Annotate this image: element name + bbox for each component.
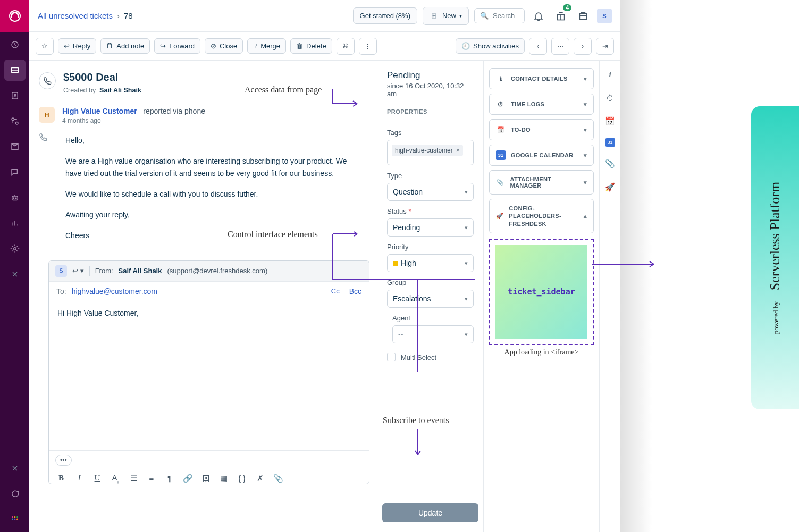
status-select[interactable]: Pending▾ <box>387 218 474 237</box>
marketplace-icon[interactable] <box>575 7 592 24</box>
group-select[interactable]: Escalations▾ <box>387 290 474 308</box>
nav-chat[interactable] <box>4 483 26 504</box>
nav-solutions[interactable] <box>4 136 26 157</box>
code-icon[interactable]: { } <box>236 474 248 483</box>
chevron-down-icon: ▾ <box>465 189 468 196</box>
pagination-more-button[interactable]: ⋯ <box>551 38 569 55</box>
customer-name-link[interactable]: High Value Customer <box>62 107 137 115</box>
underline-icon[interactable]: U <box>91 474 103 483</box>
reply-cc-link[interactable]: Cc <box>331 287 340 295</box>
breadcrumb-id: 78 <box>124 11 133 20</box>
reply-box: S ↩ ▾ From: Saif Ali Shaik (support@devr… <box>48 260 369 484</box>
side-calendar-icon[interactable]: 📅 <box>604 115 617 128</box>
reply-options-pill[interactable]: ••• <box>55 455 72 466</box>
breadcrumb-link[interactable]: All unresolved tickets <box>38 11 113 20</box>
nav-app2[interactable] <box>4 458 26 479</box>
attach-icon[interactable]: 📎 <box>272 474 284 483</box>
time-logs-widget[interactable]: ⏱TIME LOGS▾ <box>489 94 594 115</box>
app-logo[interactable] <box>0 0 29 32</box>
merge-icon: ⑂ <box>253 42 257 50</box>
tags-input[interactable]: high-value-customer× <box>387 140 474 165</box>
side-rocket-icon[interactable]: 🚀 <box>604 181 617 193</box>
breadcrumb: All unresolved tickets › 78 <box>38 11 133 20</box>
side-stopwatch-icon[interactable]: ⏱ <box>604 91 617 104</box>
user-avatar[interactable]: S <box>597 9 612 23</box>
text-color-icon[interactable]: A¡ <box>110 473 121 484</box>
forward-button[interactable]: ↪Forward <box>154 38 200 54</box>
google-calendar-widget[interactable]: 31GOOGLE CALENDAR▾ <box>489 145 594 166</box>
svg-point-12 <box>14 516 15 518</box>
nav-bot[interactable] <box>4 187 26 208</box>
reply-back-icon[interactable]: ↩ ▾ <box>72 267 84 275</box>
nav-apps[interactable] <box>4 509 26 530</box>
app-iframe: ticket_sidebar <box>495 245 587 339</box>
attachment-manager-widget[interactable]: 📎ATTACHMENT MANAGER▾ <box>489 170 594 195</box>
reply-avatar: S <box>55 265 67 277</box>
tag-remove-icon[interactable]: × <box>456 147 460 154</box>
ticket-column: $5000 Deal Created by Saif Ali Shaik H H… <box>29 61 377 532</box>
search-input[interactable]: 🔍Search <box>474 8 525 23</box>
reply-button[interactable]: ↩Reply <box>58 38 96 54</box>
contact-details-widget[interactable]: ℹCONTACT DETAILS▾ <box>489 68 594 89</box>
more-button[interactable]: ⋮ <box>359 38 377 55</box>
paragraph-icon[interactable]: ¶ <box>164 474 175 483</box>
clear-format-icon[interactable]: ✗ <box>254 474 266 483</box>
todo-widget[interactable]: 📅TO-DO▾ <box>489 119 594 140</box>
gift-icon[interactable]: 4 <box>552 7 569 24</box>
new-button[interactable]: ⊞New ▾ <box>423 7 469 25</box>
image-icon[interactable]: 🖼 <box>200 474 212 483</box>
nav-tickets[interactable] <box>4 60 26 81</box>
nav-settings[interactable] <box>4 238 26 259</box>
close-button[interactable]: ⊘Close <box>205 38 243 54</box>
chevron-down-icon: ▾ <box>584 101 587 108</box>
side-attachment-icon[interactable]: 📎 <box>604 157 617 170</box>
next-ticket-button[interactable]: › <box>574 38 592 55</box>
side-gcal-icon[interactable]: 31 <box>605 138 615 147</box>
show-activities-button[interactable]: 🕘Show activities <box>456 38 525 54</box>
notifications-icon[interactable] <box>530 7 547 24</box>
update-button[interactable]: Update <box>382 503 478 522</box>
nav-app1[interactable] <box>4 264 26 285</box>
add-note-button[interactable]: 🗒Add note <box>100 38 150 54</box>
agent-label: Agent <box>392 314 474 322</box>
stopwatch-icon: ⏱ <box>496 99 506 109</box>
nav-contacts[interactable] <box>4 85 26 106</box>
multiselect-row[interactable]: Multi Select <box>387 353 474 361</box>
forward-label: Forward <box>169 42 195 50</box>
config-placeholders-widget[interactable]: 🚀CONFIG-PLACEHOLDERS-FRESHDESK▴ <box>489 199 594 233</box>
chevron-down-icon: ▾ <box>465 295 468 302</box>
priority-select[interactable]: High▾ <box>387 254 474 272</box>
reply-bcc-link[interactable]: Bcc <box>349 287 361 295</box>
expand-button[interactable]: ⇥ <box>596 38 614 55</box>
serverless-label: Serverless Platform <box>767 182 783 290</box>
get-started-button[interactable]: Get started (8%) <box>353 7 417 24</box>
nav-forums[interactable] <box>4 162 26 183</box>
reply-body-editor[interactable]: Hi High Value Customer, <box>49 301 369 450</box>
star-button[interactable]: ☆ <box>36 38 54 55</box>
widgets-column: ℹCONTACT DETAILS▾ ⏱TIME LOGS▾ 📅TO-DO▾ 31… <box>483 61 599 532</box>
multiselect-checkbox[interactable] <box>387 353 396 361</box>
gcal-icon: 31 <box>496 150 506 160</box>
nav-automation[interactable] <box>4 111 26 132</box>
nav-analytics[interactable] <box>4 213 26 234</box>
serverless-panel: powered by Serverless Platform <box>751 106 799 409</box>
prev-ticket-button[interactable]: ‹ <box>529 38 547 55</box>
svg-point-11 <box>12 516 13 518</box>
merge-button[interactable]: ⑂Merge <box>247 38 286 54</box>
svg-point-13 <box>16 516 18 518</box>
priority-dot-icon <box>393 261 398 266</box>
table-icon[interactable]: ▦ <box>218 474 230 483</box>
type-select[interactable]: Question▾ <box>387 183 474 201</box>
nav-dashboard[interactable] <box>4 34 26 55</box>
bold-icon[interactable]: B <box>55 474 67 483</box>
reply-to-email[interactable]: highvalue@customer.com <box>72 287 157 295</box>
shortcut-button[interactable]: ⌘ <box>337 38 355 55</box>
ol-icon[interactable]: ≡ <box>146 474 157 483</box>
side-info-icon[interactable]: i <box>604 68 617 81</box>
ul-icon[interactable]: ☰ <box>128 474 139 483</box>
italic-icon[interactable]: I <box>73 474 85 483</box>
agent-select[interactable]: --▾ <box>392 325 474 343</box>
link-icon[interactable]: 🔗 <box>182 474 194 483</box>
anno-subscribe: Subscribe to events <box>383 416 449 425</box>
delete-button[interactable]: 🗑Delete <box>290 38 332 54</box>
